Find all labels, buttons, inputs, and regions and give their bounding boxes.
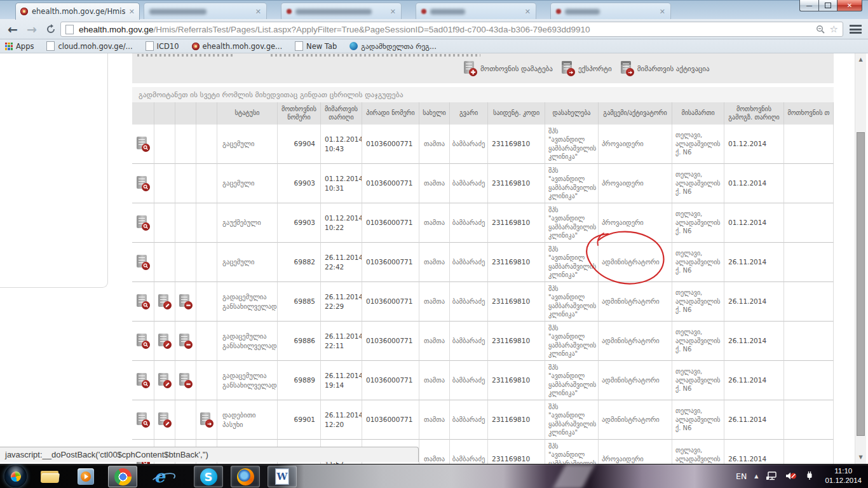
add-request-button[interactable]: მოთხოვნის დამატება [463, 61, 553, 76]
view-icon[interactable] [136, 215, 150, 231]
taskbar-firefox[interactable] [231, 466, 260, 487]
clipped-text-fragment [271, 54, 480, 57]
bookmark-ehealth[interactable]: ehealth.moh.gov.ge... [192, 42, 283, 51]
start-button[interactable] [4, 465, 27, 487]
plus-icon[interactable] [463, 61, 477, 76]
view-icon[interactable] [136, 334, 150, 349]
taskbar-word[interactable]: W [268, 466, 297, 487]
language-indicator[interactable]: EN [736, 471, 747, 481]
zoom-icon[interactable] [816, 25, 825, 34]
arrow-icon[interactable] [620, 61, 634, 76]
view-icon[interactable] [136, 294, 150, 309]
edit-icon[interactable] [158, 334, 172, 349]
restore-button[interactable] [818, 0, 837, 11]
column-header[interactable]: საიდენტ. კოდი [488, 102, 545, 125]
reload-icon[interactable] [46, 24, 56, 34]
tab-background-3[interactable]: ✕ [416, 3, 536, 20]
bookmark-star-icon[interactable]: ☆ [830, 25, 838, 34]
bookmark-newtab[interactable]: New Tab [295, 41, 337, 51]
back-icon[interactable]: ← [8, 21, 18, 37]
scrollbar-thumb[interactable] [857, 132, 865, 436]
block-icon[interactable] [179, 334, 193, 349]
cell-referral-date: 26.11.201422:29 [321, 282, 362, 322]
tab-close-icon[interactable]: ✕ [660, 8, 665, 16]
block-icon[interactable] [179, 373, 193, 388]
column-header[interactable]: დასახელება [545, 102, 599, 125]
power-plug-icon[interactable] [804, 471, 815, 481]
page-scrollbar[interactable]: ▲ ▼ [855, 53, 866, 464]
internet-explorer-icon: e [154, 468, 165, 485]
column-header[interactable]: მოთხოვნის გამოგზ. თარიღი [724, 102, 784, 125]
resend-icon[interactable] [200, 412, 214, 428]
bookmark-icd10[interactable]: ICD10 [146, 41, 179, 51]
tab-background-2[interactable]: ✕ [281, 3, 402, 20]
table-row[interactable]: გაუქმებული6990301.12.201410:220103600077… [132, 203, 834, 243]
table-row[interactable]: გაცემული6988226.11.201422:4201036000771თ… [132, 243, 834, 282]
volume-muted-icon[interactable] [785, 471, 797, 481]
cell-empty [784, 400, 834, 440]
table-row[interactable]: გადაცემულია განსახილველად6988926.11.2014… [132, 361, 834, 400]
taskbar-skype[interactable]: S [194, 466, 223, 487]
column-header[interactable]: მიმართვის თარიღი [321, 102, 362, 125]
cell-last-name: ბამბარაძე [450, 203, 488, 243]
tab-close-icon[interactable]: ✕ [525, 8, 531, 16]
plus-badge-icon [469, 68, 477, 76]
cell-sent-date: 26.11.2014 [724, 243, 784, 282]
tab-close-icon[interactable]: ✕ [390, 8, 396, 16]
table-row[interactable]: გაცემული6990301.12.201410:3101036000771თ… [132, 164, 834, 203]
scroll-up-icon[interactable]: ▲ [855, 57, 866, 62]
cell-address: თელავი, ალადაშვილის ქ. N6 [672, 125, 724, 164]
bookmark-cloud[interactable]: cloud.moh.gov.ge/... [46, 41, 132, 51]
column-header[interactable]: მოთხოვნის ნომერი [278, 102, 321, 125]
edit-icon[interactable] [158, 412, 172, 428]
forward-icon[interactable]: → [27, 21, 37, 37]
edit-badge-icon [163, 419, 172, 428]
minimize-button[interactable]: — [799, 0, 818, 11]
table-row[interactable]: გადაცემულია განსახილველად6988526.11.2014… [132, 282, 834, 322]
tab-ehealth[interactable]: ehealth.moh.gov.ge/Hmis ✕ [15, 3, 140, 20]
tab-background-1[interactable]: ✕ [144, 3, 267, 20]
arrow-icon[interactable] [561, 61, 575, 76]
tray-expand-icon[interactable]: ▲ [754, 473, 758, 479]
network-icon[interactable] [766, 471, 777, 481]
apps-shortcut[interactable]: Apps [5, 42, 34, 51]
tab-close-icon[interactable]: ✕ [255, 8, 261, 16]
address-bar[interactable]: ehealth.moh.gov.ge/Hmis/ReferralsTest/Pa… [60, 22, 843, 37]
table-row[interactable]: გადაცემულია განსახილველად6988626.11.2014… [132, 322, 834, 361]
tab-background-4[interactable]: ✕ [550, 3, 671, 20]
activate-referral-button[interactable]: მიმართვის აქტივაცია [620, 61, 710, 76]
column-header[interactable]: გამცემი/აქტივატორი [599, 102, 672, 125]
cell-address: თელავი, ალადაშვილის ქ. N6 [672, 203, 724, 243]
view-icon[interactable] [136, 176, 150, 191]
blurred-favicon-icon [421, 9, 426, 14]
taskbar-ie[interactable]: e [145, 466, 174, 487]
cell-issuer: ადმინისტრატორი [599, 400, 672, 440]
view-icon[interactable] [136, 137, 150, 152]
taskbar-clock[interactable]: 11:10 01.12.2014 [822, 466, 862, 485]
edit-icon[interactable] [158, 294, 172, 309]
view-icon[interactable] [136, 373, 150, 388]
chrome-menu-icon[interactable] [850, 25, 862, 34]
column-header[interactable]: მოთხოვნის თ [784, 102, 834, 125]
scroll-down-icon[interactable]: ▼ [855, 454, 866, 460]
column-header[interactable]: სტატუსი [217, 102, 278, 125]
table-row[interactable]: გაცემული6990401.12.201410:4301036000771თ… [132, 125, 834, 164]
column-header[interactable]: გვარი [450, 102, 488, 125]
table-row[interactable]: დადებითი პასუხი6990126.11.201412:2001036… [132, 400, 834, 440]
block-icon[interactable] [179, 294, 193, 309]
taskbar-chrome[interactable] [108, 466, 137, 487]
column-header[interactable]: მისამართი [672, 102, 724, 125]
taskbar-explorer[interactable] [36, 466, 65, 487]
bookmark-registry[interactable]: გადამხდელთა რეგ... [349, 42, 437, 51]
cell-request-no: 69903 [278, 203, 321, 243]
view-icon[interactable] [136, 255, 150, 270]
column-header[interactable]: სახელი [419, 102, 450, 125]
url-text[interactable]: ehealth.moh.gov.ge/Hmis/ReferralsTest/Pa… [79, 25, 811, 34]
view-icon[interactable] [136, 412, 150, 428]
edit-icon[interactable] [158, 373, 172, 388]
export-button[interactable]: ექსპორტი [561, 61, 612, 76]
close-button[interactable]: ✕ [837, 0, 862, 11]
tab-close-icon[interactable]: ✕ [129, 8, 135, 16]
taskbar-mediaplayer[interactable] [71, 466, 100, 487]
column-header[interactable]: პირადი ნომერი [362, 102, 419, 125]
